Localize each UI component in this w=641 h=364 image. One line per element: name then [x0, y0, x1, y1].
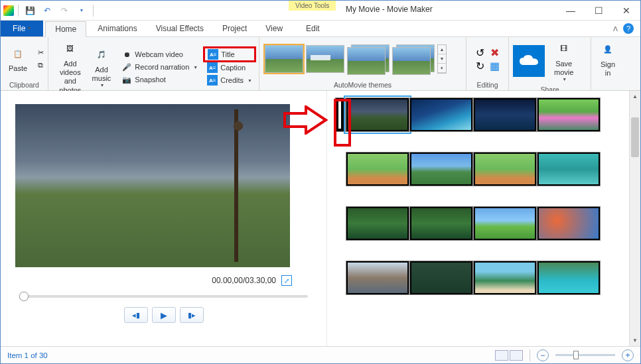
next-frame-button[interactable]: ▮▸	[180, 307, 204, 323]
tab-project[interactable]: Project	[213, 21, 256, 36]
chevron-down-icon: ▼	[193, 65, 198, 70]
title-clip-placeholder[interactable]	[335, 97, 346, 132]
theme-thumb[interactable]	[265, 45, 303, 73]
video-tools-context-label: Video Tools	[289, 1, 336, 11]
copy-button[interactable]: ⧉	[33, 60, 48, 72]
playback-time: 00.00,00/03.30,00	[212, 276, 276, 285]
clip-thumb[interactable]	[409, 206, 473, 241]
clip-thumb[interactable]	[473, 97, 537, 132]
automovie-themes-gallery[interactable]: ▲▼▾	[265, 44, 447, 74]
status-item-count: Item 1 of 30	[7, 351, 48, 359]
theme-thumb[interactable]	[392, 44, 435, 74]
rotate-right-icon: ↻	[476, 60, 484, 72]
sign-in-button[interactable]: 👤 Sign in	[595, 39, 621, 79]
microphone-icon: 🎤	[121, 62, 132, 72]
delete-icon: ✖	[490, 46, 499, 59]
app-icon	[3, 5, 14, 16]
chevron-down-icon: ▼	[100, 83, 105, 88]
qat-undo-icon[interactable]: ↶	[40, 3, 54, 18]
clip-thumb[interactable]	[409, 152, 473, 186]
clip-thumb[interactable]	[537, 152, 601, 186]
scroll-down-button[interactable]: ▼	[630, 335, 640, 346]
caption-icon: A≡	[207, 62, 218, 73]
clip-thumb[interactable]	[409, 261, 473, 295]
clip-thumb[interactable]	[473, 152, 537, 186]
annotation-arrow-icon	[282, 105, 330, 135]
camera-icon: 📷	[121, 74, 132, 85]
clip-thumb[interactable]	[346, 152, 409, 186]
tab-view[interactable]: View	[256, 21, 292, 36]
seek-slider[interactable]	[19, 295, 308, 298]
clip-thumb[interactable]	[473, 206, 537, 241]
zoom-out-button[interactable]: −	[537, 349, 549, 361]
seek-thumb[interactable]	[19, 292, 29, 301]
clip-thumb[interactable]	[346, 97, 409, 132]
play-button[interactable]: ▶	[152, 307, 176, 323]
fullscreen-button[interactable]: ⤢	[281, 275, 292, 286]
clip-thumb[interactable]	[346, 261, 409, 295]
view-mode-thumbnails[interactable]	[495, 350, 508, 361]
group-label-themes: AutoMovie themes	[259, 81, 466, 90]
add-music-button[interactable]: 🎵 Add music▼	[88, 44, 115, 90]
scroll-thumb[interactable]	[631, 117, 639, 157]
zoom-thumb[interactable]	[573, 351, 579, 359]
close-button[interactable]: ✕	[612, 1, 640, 20]
tab-file[interactable]: File ▼	[1, 21, 43, 36]
rotate-right-button[interactable]: ↻	[474, 60, 486, 72]
photos-icon: 🖼	[61, 40, 80, 58]
caption-button[interactable]: A≡Caption	[204, 62, 255, 74]
minimize-button[interactable]: —	[557, 1, 585, 20]
clip-thumb[interactable]	[409, 97, 473, 132]
preview-monitor	[15, 104, 290, 267]
clipboard-icon: 📋	[9, 44, 27, 63]
title-button[interactable]: A≡Title	[203, 46, 256, 62]
storyboard-pane[interactable]: ▲ ▼	[327, 91, 640, 346]
clip-thumb[interactable]	[346, 206, 409, 241]
add-videos-photos-button[interactable]: 🖼 Add videos and photos	[52, 38, 88, 96]
qat-customize-icon[interactable]: ▼	[74, 3, 89, 18]
cut-button[interactable]: ✂	[33, 47, 48, 59]
view-mode-list[interactable]	[510, 350, 523, 361]
qat-redo-icon[interactable]: ↷	[57, 3, 72, 18]
group-label-clipboard: Clipboard	[1, 81, 48, 90]
window-title: My Movie - Movie Maker	[346, 5, 433, 14]
rotate-left-button[interactable]: ↺	[474, 46, 486, 58]
person-icon: 👤	[599, 40, 617, 59]
chevron-down-icon: ▼	[248, 78, 252, 83]
theme-gallery-scroll[interactable]: ▲▼▾	[437, 44, 447, 74]
music-note-icon: 🎵	[92, 46, 111, 64]
zoom-slider[interactable]	[555, 354, 615, 356]
clip-thumb[interactable]	[537, 261, 601, 295]
prev-frame-button[interactable]: ◂▮	[124, 307, 148, 323]
qat-save-icon[interactable]: 💾	[23, 3, 37, 18]
tab-visual-effects[interactable]: Visual Effects	[147, 21, 213, 36]
clip-thumb[interactable]	[537, 206, 601, 241]
record-narration-button[interactable]: 🎤Record narration▼	[119, 61, 200, 73]
maximize-button[interactable]: ☐	[585, 1, 612, 20]
zoom-in-button[interactable]: +	[622, 349, 634, 361]
tab-animations[interactable]: Animations	[88, 21, 146, 36]
tab-edit[interactable]: Edit	[297, 21, 329, 36]
scroll-up-button[interactable]: ▲	[630, 91, 640, 102]
paste-button[interactable]: 📋 Paste	[5, 43, 31, 74]
help-icon[interactable]: ?	[623, 23, 634, 34]
theme-thumb[interactable]	[347, 44, 390, 74]
select-all-button[interactable]: ▦	[489, 60, 501, 72]
credits-button[interactable]: A≡Credits▼	[204, 74, 255, 86]
clip-thumb[interactable]	[473, 261, 537, 295]
onedrive-button[interactable]	[513, 45, 545, 77]
rotate-left-icon: ↺	[476, 46, 484, 59]
group-label-editing: Editing	[466, 81, 508, 90]
storyboard-vertical-scrollbar[interactable]: ▲ ▼	[629, 91, 640, 346]
snapshot-button[interactable]: 📷Snapshot	[119, 74, 200, 86]
clip-thumb[interactable]	[537, 97, 601, 132]
theme-thumb[interactable]	[306, 45, 344, 73]
ribbon-collapse-icon[interactable]: ᐱ	[613, 25, 618, 32]
credits-icon: A≡	[207, 75, 218, 86]
save-movie-button[interactable]: 🎞 Save movie▼	[550, 38, 577, 84]
tab-home[interactable]: Home	[45, 21, 86, 37]
delete-button[interactable]: ✖	[489, 46, 501, 58]
webcam-video-button[interactable]: ⏺Webcam video	[119, 48, 200, 60]
title-text-icon: A≡	[208, 49, 218, 60]
chevron-down-icon: ▼	[27, 26, 31, 30]
